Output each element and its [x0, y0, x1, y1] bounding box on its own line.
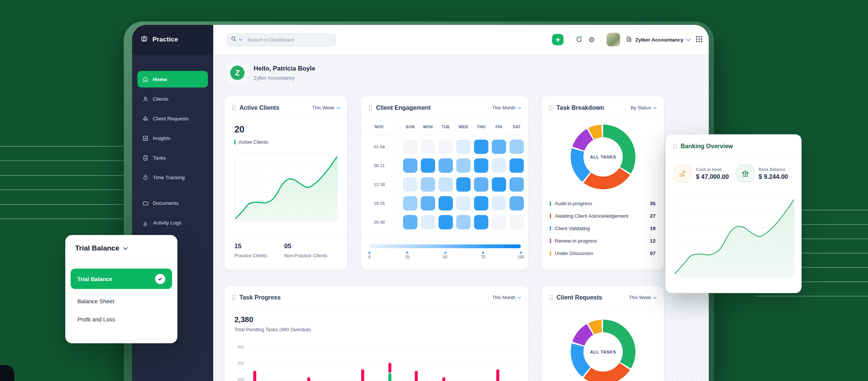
popup-options: Trial BalanceBalance SheetProfit and Los…: [65, 262, 177, 328]
range-dropdown[interactable]: This Week: [629, 295, 656, 300]
range-dropdown[interactable]: This Week: [312, 105, 340, 111]
heatmap-cell: [439, 177, 453, 192]
greeting-subtitle: Zylker Accountancy: [254, 75, 294, 81]
legend-label: Review-in-progress: [555, 238, 597, 244]
sidebar-item-insights[interactable]: Insights: [137, 130, 208, 146]
task-bar: [442, 377, 445, 381]
engagement-heatmap: NOVSUNMONTUEWEDTHUFRISAT01-0405-1112-181…: [361, 96, 528, 270]
gridline: [247, 347, 520, 348]
heatmap-cell: [474, 196, 488, 210]
heatmap-column-divider: [397, 120, 398, 235]
heatmap-cell: [421, 140, 435, 154]
heatmap-week-label: 05-11: [374, 163, 385, 168]
cash-label: Cash in hand: [696, 167, 729, 172]
drag-handle-icon[interactable]: [232, 295, 235, 300]
tasks-icon: [142, 155, 149, 161]
area-chart: [674, 196, 794, 277]
client-engagement-card: Client Engagement This Month NOVSUNMONTU…: [361, 96, 529, 270]
scale-tick-icon: [406, 251, 409, 253]
active-clients-chart: [235, 153, 338, 221]
legend-value: 07: [650, 250, 656, 256]
org-name: Zylker Accountancy: [635, 37, 683, 43]
heatmap-cell: [474, 158, 488, 173]
task-bar: [253, 371, 256, 381]
legend-label: Awaiting Client Acknowledgement: [555, 213, 628, 219]
heatmap-cell: [474, 215, 488, 229]
drag-handle-icon[interactable]: [549, 105, 553, 111]
corner-decoration: [0, 365, 14, 381]
scale-tick-label: 0: [363, 255, 376, 259]
sidebar-item-home[interactable]: Home: [137, 71, 208, 88]
org-switcher[interactable]: Zylker Accountancy: [626, 36, 690, 43]
sidebar-item-label: Tasks: [153, 155, 166, 161]
banking-chart: [674, 196, 794, 277]
heatmap-cell: [403, 196, 417, 210]
search-scope-chevron-icon[interactable]: [239, 37, 243, 41]
sidebar-item-time-tracking[interactable]: Time Tracking: [137, 169, 208, 186]
documents-icon: [142, 200, 149, 206]
heatmap-month-label: NOV: [375, 124, 384, 129]
report-option-trial-balance[interactable]: Trial Balance: [71, 269, 172, 289]
heatmap-footer-divider: [361, 235, 528, 235]
practice-logo-icon: [140, 35, 148, 45]
sidebar-item-tasks[interactable]: Tasks: [137, 149, 208, 166]
sidebar-item-activity-logs[interactable]: Activity Logs: [137, 214, 208, 231]
heatmap-scale-bar: [369, 244, 521, 248]
report-option-balance-sheet[interactable]: Balance Sheet: [71, 292, 172, 310]
task-breakdown-donut: ALL TASKS: [571, 124, 636, 189]
legend-tick: [550, 214, 551, 218]
card-title: Task Progress: [240, 294, 281, 301]
range-dropdown[interactable]: This Month: [492, 295, 521, 300]
heatmap-cell: [439, 140, 453, 154]
user-avatar[interactable]: [606, 33, 620, 46]
heatmap-cell: [509, 177, 524, 192]
drag-handle-icon[interactable]: [673, 144, 677, 149]
add-new-button[interactable]: [552, 34, 563, 45]
sidebar-item-label: Client Requests: [153, 116, 189, 121]
task-breakdown-legend: Audit-in-progress35Awaiting Client Ackno…: [550, 197, 656, 260]
sidebar-item-clients[interactable]: Clients: [137, 91, 208, 107]
refresh-icon[interactable]: [575, 35, 583, 44]
time-tracking-icon: [142, 174, 149, 181]
option-label: Profit and Loss: [77, 316, 115, 323]
heatmap-week-label: 26-30: [374, 220, 385, 224]
drag-handle-icon[interactable]: [232, 105, 235, 111]
range-dropdown[interactable]: By Status: [631, 105, 657, 111]
sidebar-item-label: Time Tracking: [153, 175, 185, 180]
non-practice-clients-label: Non-Practice Clients: [284, 253, 327, 258]
report-option-profit-and-loss[interactable]: Profit and Loss: [71, 310, 172, 328]
heatmap-cell: [403, 215, 417, 229]
heatmap-cell: [456, 140, 471, 154]
sidebar-item-documents[interactable]: Documents: [137, 195, 208, 211]
settings-gear-icon[interactable]: ⚙: [588, 36, 595, 43]
card-title: Client Requests: [557, 294, 602, 301]
heatmap-cell: [439, 158, 453, 173]
heatmap-day-label: THU: [477, 124, 486, 129]
legend-tick: [550, 201, 551, 206]
heatmap-cell: [492, 177, 506, 192]
heatmap-cell: [492, 215, 506, 229]
heatmap-week-label: 01-04: [374, 144, 385, 149]
pending-tasks-subtitle: Total Pending Tasks (480 Overdue): [234, 327, 311, 332]
banking-overview-card: Banking Overview Cash in hand $ 47,000.0…: [665, 134, 802, 293]
scale-tick-icon: [482, 251, 485, 253]
heatmap-cell: [456, 196, 471, 210]
heatmap-cell: [492, 158, 506, 173]
gridline: [247, 380, 520, 380]
scale-tick-label: 100: [514, 255, 527, 259]
sidebar-item-client-requests[interactable]: Client Requests: [137, 110, 208, 127]
legend-value: 12: [650, 238, 656, 244]
popup-title: Trial Balance: [75, 244, 119, 252]
popup-header[interactable]: Trial Balance: [65, 235, 177, 262]
heatmap-cell: [403, 177, 417, 192]
active-clients-label: Active Clients: [239, 139, 268, 145]
drag-handle-icon[interactable]: [549, 295, 553, 300]
active-clients-card: Active Clients This Week 20 Active Clien…: [224, 96, 348, 270]
org-building-icon: [626, 36, 632, 43]
chevron-down-icon: [123, 245, 128, 250]
heatmap-cell: [474, 177, 488, 192]
y-axis-label: 300: [231, 361, 244, 366]
search-input[interactable]: Search in Dashboard: [226, 33, 336, 46]
heatmap-week-label: 12-18: [374, 182, 385, 187]
app-launcher-icon[interactable]: [696, 35, 703, 44]
